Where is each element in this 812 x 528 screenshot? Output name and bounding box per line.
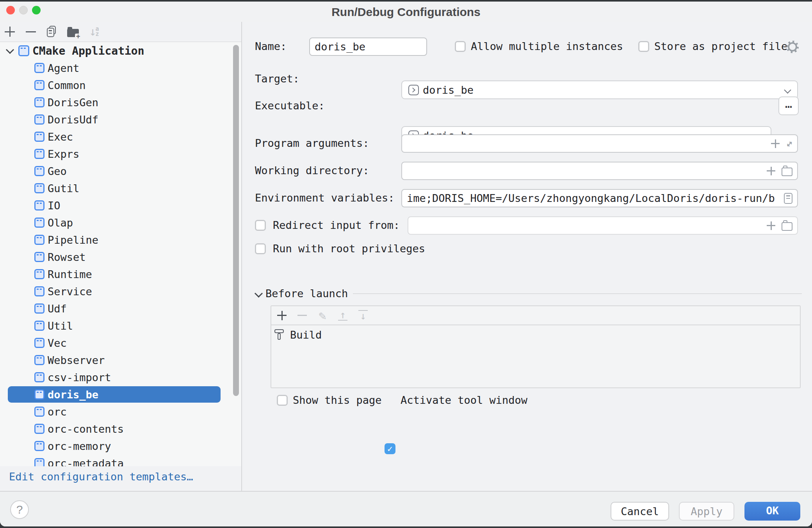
add-icon[interactable] <box>771 139 780 148</box>
redirect-input-checkbox[interactable] <box>255 220 266 231</box>
sort-alphabetically-icon: ↓ az <box>89 26 99 37</box>
tree-item-selected[interactable]: doris_be <box>0 386 241 403</box>
folder-icon[interactable] <box>782 168 792 176</box>
tree-item[interactable]: Vec <box>0 334 241 351</box>
tree-item[interactable]: Service <box>0 283 241 300</box>
tree-item[interactable]: Pipeline <box>0 231 241 248</box>
tree-item[interactable]: Runtime <box>0 266 241 283</box>
ok-button[interactable]: OK <box>744 502 800 521</box>
window-title: Run/Debug Configurations <box>0 2 812 22</box>
show-this-page-checkbox[interactable] <box>277 395 288 406</box>
store-as-project-file-checkbox[interactable] <box>638 41 649 52</box>
program-arguments-label: Program arguments: <box>255 135 369 152</box>
tree-item[interactable]: Geo <box>0 162 241 180</box>
tree-item[interactable]: DorisGen <box>0 94 241 111</box>
tree-item[interactable]: Util <box>0 317 241 334</box>
tree-item[interactable]: Common <box>0 77 241 94</box>
run-with-root-checkbox[interactable] <box>255 243 266 254</box>
configuration-icon <box>34 286 45 296</box>
configuration-icon <box>34 218 45 228</box>
tree-item[interactable]: orc-metadata <box>0 455 241 466</box>
allow-multiple-instances-checkbox[interactable] <box>455 41 466 52</box>
activate-tool-window-label: Activate tool window <box>401 392 527 409</box>
configuration-icon <box>34 424 45 434</box>
environment-variables-label: Environment variables: <box>255 189 395 207</box>
activate-tool-window-checkbox[interactable] <box>385 443 395 454</box>
browse-list-icon[interactable] <box>784 193 792 204</box>
folder-icon[interactable] <box>782 222 792 231</box>
move-up-icon: ↑ <box>338 310 347 321</box>
remove-configuration-button[interactable] <box>25 25 37 38</box>
tree-item[interactable]: Exec <box>0 128 241 145</box>
new-folder-icon <box>67 29 79 37</box>
add-icon[interactable] <box>767 167 775 175</box>
before-launch-task-build[interactable]: Build <box>271 325 800 344</box>
tree-item[interactable]: Udf <box>0 300 241 317</box>
before-launch-tasks-panel: ✎ ↑ ↓ Build <box>271 305 801 388</box>
tree-item[interactable]: Webserver <box>0 351 241 369</box>
remove-task-button[interactable] <box>296 310 308 321</box>
configuration-icon <box>34 166 45 176</box>
task-label: Build <box>290 329 322 341</box>
copy-configuration-button[interactable] <box>46 25 58 38</box>
configurations-toolbar: ↓ az <box>0 22 241 42</box>
add-task-icon <box>277 311 287 320</box>
add-configuration-button[interactable] <box>4 25 16 38</box>
tree-item-cmake-application[interactable]: CMake Application <box>0 42 241 59</box>
name-input[interactable] <box>310 41 426 53</box>
configuration-icon <box>34 183 45 193</box>
working-directory-input[interactable] <box>402 165 797 177</box>
configuration-icon <box>34 252 45 262</box>
configuration-icon <box>34 80 45 90</box>
store-as-project-file-label: Store as project file <box>654 38 787 55</box>
tree-item[interactable]: Olap <box>0 214 241 231</box>
chevron-down-icon <box>784 86 791 93</box>
apply-button[interactable]: Apply <box>679 502 734 521</box>
configuration-icon <box>34 149 45 159</box>
configuration-icon <box>34 321 45 331</box>
configuration-icon <box>34 355 45 365</box>
program-arguments-input[interactable] <box>402 137 797 150</box>
tree-scrollbar[interactable] <box>233 45 239 396</box>
gear-icon[interactable] <box>787 41 798 52</box>
configuration-icon <box>34 269 45 279</box>
tree-item[interactable]: Exprs <box>0 145 241 162</box>
target-value: doris_be <box>423 84 474 96</box>
run-with-root-label: Run with root privileges <box>273 240 425 257</box>
edit-configuration-templates-link[interactable]: Edit configuration templates… <box>9 468 193 485</box>
dialog-footer: ? Cancel Apply OK <box>0 491 812 526</box>
run-target-icon <box>408 85 419 95</box>
add-task-button[interactable] <box>276 310 288 321</box>
configuration-icon <box>34 441 45 451</box>
tree-item[interactable]: Gutil <box>0 180 241 197</box>
move-task-down-button[interactable]: ↓ <box>357 310 369 321</box>
configuration-icon <box>34 407 45 417</box>
tree-item[interactable]: orc-contents <box>0 420 241 437</box>
add-icon[interactable] <box>767 221 775 230</box>
tree-item[interactable]: Rowset <box>0 248 241 266</box>
tree-item[interactable]: csv-import <box>0 369 241 386</box>
redirect-input-file-input[interactable] <box>408 219 797 232</box>
target-select[interactable]: doris_be <box>401 80 798 99</box>
new-folder-button[interactable] <box>67 25 79 38</box>
remove-task-icon <box>297 315 307 316</box>
tree-item[interactable]: Agent <box>0 59 241 77</box>
before-launch-collapse-chevron-icon[interactable] <box>255 289 263 298</box>
remove-icon <box>26 31 36 32</box>
cancel-button[interactable]: Cancel <box>611 502 669 521</box>
chevron-down-icon[interactable] <box>6 45 14 54</box>
edit-task-button[interactable]: ✎ <box>317 310 328 321</box>
move-task-up-button[interactable]: ↑ <box>337 310 349 321</box>
configuration-icon <box>34 303 45 314</box>
tree-item[interactable]: orc-memory <box>0 437 241 455</box>
tree-item[interactable]: orc <box>0 403 241 420</box>
configuration-icon <box>34 235 45 245</box>
copy-icon <box>47 26 57 37</box>
browse-executable-button[interactable]: … <box>778 96 799 115</box>
working-directory-label: Working directory: <box>255 162 369 179</box>
sort-configurations-button[interactable]: ↓ az <box>88 25 100 38</box>
tree-item[interactable]: DorisUdf <box>0 111 241 128</box>
help-button[interactable]: ? <box>10 500 29 519</box>
tree-item[interactable]: IO <box>0 197 241 214</box>
environment-variables-input[interactable] <box>402 192 797 204</box>
